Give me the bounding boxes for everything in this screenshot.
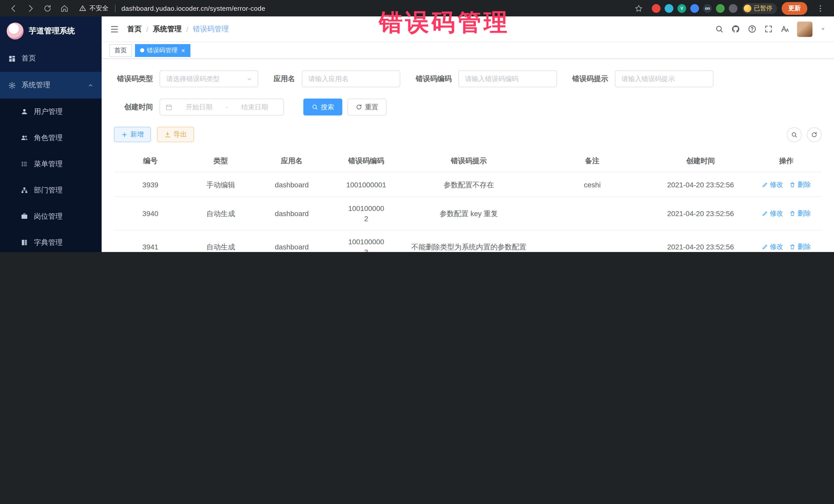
extension-icon-green[interactable] [716,4,725,13]
user-avatar[interactable] [797,21,812,37]
help-icon[interactable] [748,25,756,34]
cell-actions: 修改删除 [751,202,822,225]
github-icon[interactable] [731,25,740,34]
bookmark-star-icon[interactable] [634,4,643,13]
cell-id: 3941 [114,236,187,252]
url-bar[interactable]: dashboard.yudao.iocoder.cn/system/error-… [122,4,265,12]
content: 错误码类型请选择错误码类型应用名错误码编码错误码提示 创建时间 开始日期 - 结… [102,59,834,252]
back-button[interactable] [9,4,18,13]
delete-label: 删除 [797,242,811,252]
reset-button-label: 重置 [365,103,378,112]
extension-icon-green-v[interactable]: V [678,4,686,13]
export-icon [164,131,171,138]
add-button[interactable]: 新增 [114,127,151,142]
font-size-icon[interactable] [781,25,789,34]
export-button[interactable]: 导出 [157,127,194,142]
tab-1[interactable]: 错误码管理× [135,44,190,57]
sidebar-item-dict[interactable]: 字典管理 [0,229,102,252]
sidebar-toggle-button[interactable] [110,24,119,34]
sidebar-menu: 首页系统管理用户管理角色管理菜单管理部门管理岗位管理字典管理通知公告审计日志在线… [0,45,102,252]
fullscreen-icon[interactable] [764,25,773,34]
breadcrumb-item-1[interactable]: 系统管理 [153,24,182,34]
annotation-title: 错误码管理 [379,7,510,39]
main-area: 首页/系统管理/错误码管理 首页错误码管理× 错误码类型请选择错误码类型应用名错… [102,17,834,252]
tab-active-dot [140,48,144,52]
delete-link[interactable]: 删除 [789,242,811,252]
dept-icon [21,186,28,194]
browser-home-button[interactable] [60,4,69,13]
sidebar-item-system[interactable]: 系统管理 [0,72,102,98]
browser-actions: Von 已暂停 更新 [630,2,829,15]
error-code-input[interactable] [458,70,557,87]
edit-link[interactable]: 修改 [762,209,783,219]
column-header-time: 创建时间 [650,149,751,172]
toggle-search-button[interactable] [787,127,802,142]
app-title: 芋道管理系统 [29,26,75,36]
delete-link[interactable]: 删除 [789,209,811,219]
user-icon [21,108,28,115]
extension-icon-puzzle[interactable] [729,4,738,13]
delete-link[interactable]: 删除 [789,179,811,190]
tab-0[interactable]: 首页 [109,44,132,57]
extension-icon-red[interactable] [652,4,660,13]
app-logo[interactable]: 芋道管理系统 [0,17,102,45]
start-date-placeholder[interactable]: 开始日期 [176,103,223,112]
extension-icon-teal-drop[interactable] [665,4,673,13]
menu-item-label: 部门管理 [34,185,63,195]
chevron-down-icon [246,76,253,82]
toolbar-right [787,127,822,142]
tags-view: 首页错误码管理× [102,42,834,59]
cell-time: 2021-04-20 23:52:56 [650,236,751,252]
edit-link[interactable]: 修改 [762,242,783,252]
breadcrumb: 首页/系统管理/错误码管理 [127,24,229,34]
extension-icon-on-badge[interactable]: on [703,4,712,13]
date-range-picker[interactable]: 开始日期 - 结束日期 [160,98,284,115]
menu-item-label: 岗位管理 [34,212,63,221]
forward-button[interactable] [26,4,35,13]
column-header-code: 错误码编码 [329,149,403,172]
edit-label: 修改 [770,242,783,252]
search-button[interactable]: 搜索 [303,98,342,115]
menu-item-label: 系统管理 [22,81,50,90]
user-menu-caret-icon[interactable] [820,26,826,32]
breadcrumb-item-0[interactable]: 首页 [127,24,142,34]
tab-label: 错误码管理 [147,46,178,54]
error-hint-input[interactable] [615,70,714,87]
column-header-app: 应用名 [255,149,329,172]
search-icon[interactable] [715,25,724,34]
sidebar-item-home[interactable]: 首页 [0,45,102,72]
menu-item-label: 菜单管理 [34,159,63,169]
cell-code: 1001000002 [329,197,403,230]
cell-app: dashboard [255,173,329,196]
breadcrumb-item-2[interactable]: 错误码管理 [193,24,229,34]
refresh-icon [356,104,363,110]
application-name-input[interactable] [302,70,400,87]
tab-close-icon[interactable]: × [181,47,185,53]
extension-icon-blue-grid[interactable] [690,4,699,13]
refresh-table-button[interactable] [807,127,822,142]
security-indicator[interactable]: 不安全 [79,4,109,13]
filter-field-error-code-type: 错误码类型请选择错误码类型 [114,70,258,87]
paused-badge[interactable]: 已暂停 [742,3,777,14]
browser-menu-icon[interactable] [816,4,825,13]
dict-icon [21,239,28,246]
filter-field-application-name: 应用名 [273,70,400,87]
role-icon [21,134,28,141]
edit-icon [762,211,768,217]
edit-link[interactable]: 修改 [762,179,783,190]
sidebar-item-user[interactable]: 用户管理 [0,98,102,125]
sidebar-item-dept[interactable]: 部门管理 [0,177,102,203]
update-button[interactable]: 更新 [782,2,807,15]
delete-icon [789,181,795,188]
sidebar-item-role[interactable]: 角色管理 [0,125,102,151]
sidebar-item-post[interactable]: 岗位管理 [0,203,102,229]
edit-label: 修改 [770,209,783,219]
screen: 不安全 dashboard.yudao.iocoder.cn/system/er… [0,0,834,252]
post-icon [21,213,28,220]
reset-button[interactable]: 重置 [348,98,387,115]
reload-button[interactable] [43,4,52,13]
edit-icon [762,244,768,250]
error-code-type-select[interactable]: 请选择错误码类型 [160,70,258,87]
sidebar-item-menu[interactable]: 菜单管理 [0,151,102,177]
end-date-placeholder[interactable]: 结束日期 [231,103,278,112]
